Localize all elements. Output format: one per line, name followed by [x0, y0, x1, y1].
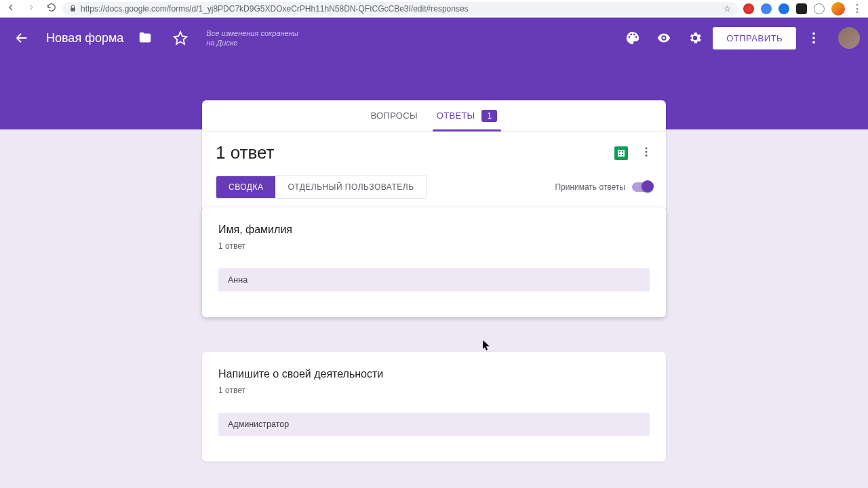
- segment-individual-button[interactable]: ОТДЕЛЬНЫЙ ПОЛЬЗОВАТЕЛЬ: [275, 176, 426, 198]
- question-card: Напишите о своей деятельности 1 ответ Ад…: [202, 352, 666, 462]
- more-menu-icon[interactable]: [800, 24, 827, 52]
- question-title: Напишите о своей деятельности: [218, 368, 650, 380]
- user-avatar[interactable]: [838, 27, 860, 49]
- responses-count-badge: 1: [481, 110, 497, 122]
- question-title: Имя, фамилия: [218, 224, 650, 236]
- extension-icon[interactable]: [814, 3, 825, 14]
- view-segment: СВОДКА ОТДЕЛЬНЫЙ ПОЛЬЗОВАТЕЛЬ: [216, 176, 427, 199]
- extension-icon[interactable]: [796, 3, 807, 14]
- svg-point-1: [812, 37, 815, 39]
- response-value: Администратор: [218, 413, 650, 436]
- back-arrow-icon[interactable]: [8, 24, 35, 52]
- accepting-responses-toggle[interactable]: [632, 182, 652, 192]
- extension-icon[interactable]: [761, 3, 772, 14]
- question-response-count: 1 ответ: [218, 241, 650, 251]
- extension-icon[interactable]: [778, 3, 789, 14]
- accepting-responses-label: Принимать ответы: [555, 182, 625, 192]
- tab-responses-label: ОТВЕТЫ: [437, 110, 475, 121]
- svg-point-5: [646, 154, 648, 156]
- tab-questions-label: ВОПРОСЫ: [371, 110, 418, 121]
- extensions-tray: ⋮: [743, 2, 863, 16]
- back-icon[interactable]: [5, 2, 16, 16]
- chrome-menu-icon[interactable]: ⋮: [852, 2, 863, 15]
- gear-icon[interactable]: [682, 24, 709, 52]
- profile-avatar[interactable]: [831, 2, 845, 16]
- responses-header-card: ВОПРОСЫ ОТВЕТЫ 1 1 ответ СВОДКА ОТДЕЛЬНЫ…: [202, 100, 666, 211]
- reload-icon[interactable]: [46, 2, 57, 16]
- svg-point-0: [812, 33, 815, 35]
- responses-count-title: 1 ответ: [216, 142, 614, 163]
- form-title[interactable]: Новая форма: [46, 31, 123, 45]
- response-value: Анна: [218, 268, 650, 291]
- preview-icon[interactable]: [650, 24, 677, 52]
- folder-icon[interactable]: [132, 24, 159, 52]
- tab-row: ВОПРОСЫ ОТВЕТЫ 1: [202, 100, 666, 131]
- svg-point-3: [646, 147, 648, 149]
- star-icon[interactable]: [167, 24, 194, 52]
- extension-icon[interactable]: [743, 3, 754, 14]
- bookmark-star-icon[interactable]: ☆: [724, 4, 731, 14]
- save-status: Все изменения сохранены на Диске: [206, 28, 298, 48]
- tab-questions[interactable]: ВОПРОСЫ: [371, 100, 418, 131]
- svg-point-2: [812, 41, 815, 44]
- send-button[interactable]: ОТПРАВИТЬ: [713, 27, 796, 49]
- question-response-count: 1 ответ: [218, 386, 650, 395]
- responses-more-icon[interactable]: [640, 146, 652, 161]
- segment-summary-button[interactable]: СВОДКА: [216, 176, 275, 198]
- browser-chrome: https://docs.google.com/forms/d/1_yj8PDC…: [0, 0, 868, 18]
- palette-icon[interactable]: [619, 24, 646, 52]
- address-bar[interactable]: https://docs.google.com/forms/d/1_yj8PDC…: [62, 2, 738, 16]
- sheets-icon[interactable]: [614, 146, 628, 160]
- forward-icon[interactable]: [26, 2, 37, 16]
- question-card: Имя, фамилия 1 ответ Анна: [202, 207, 666, 317]
- svg-point-4: [646, 150, 648, 152]
- tab-responses[interactable]: ОТВЕТЫ 1: [437, 100, 498, 131]
- url-text: https://docs.google.com/forms/d/1_yj8PDC…: [81, 4, 469, 14]
- lock-icon: [69, 5, 77, 12]
